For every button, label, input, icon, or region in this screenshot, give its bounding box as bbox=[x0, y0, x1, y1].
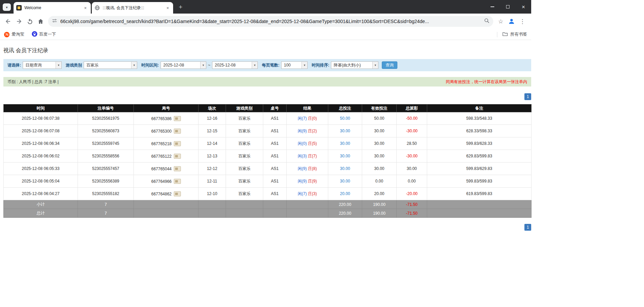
folder-icon bbox=[502, 31, 508, 38]
zoom-icon[interactable] bbox=[484, 18, 490, 25]
profile-button[interactable] bbox=[506, 16, 517, 27]
player-result: 闲(7) bbox=[298, 116, 307, 121]
cell-round: 667765044 bbox=[134, 162, 199, 175]
new-tab-button[interactable]: + bbox=[176, 3, 185, 12]
table-row: 2025-12-08 06:05:33 523025557457 6677650… bbox=[4, 162, 532, 175]
subtotal-label: 小计 bbox=[4, 200, 78, 209]
forward-button[interactable] bbox=[14, 16, 24, 27]
chevron-down-icon[interactable]: ▾ bbox=[200, 62, 206, 69]
total-payout: -71.50 bbox=[397, 209, 427, 218]
round-id: 667765300 bbox=[151, 129, 171, 134]
maximize-button[interactable] bbox=[500, 0, 516, 14]
sort-label: 时间排序: bbox=[312, 62, 329, 68]
cell-bet-id: 523025561975 bbox=[78, 112, 134, 125]
cell-note: 628.33/598.33 bbox=[427, 125, 532, 137]
date-start-select[interactable]: 2025-12-08 ▾ bbox=[161, 61, 206, 69]
cell-time: 2025-12-08 06:07:08 bbox=[4, 125, 78, 137]
cell-note: 598.33/548.33 bbox=[427, 112, 532, 125]
cell-time: 2025-12-08 06:05:04 bbox=[4, 175, 78, 188]
cell-payout: 28.50 bbox=[397, 137, 427, 150]
back-button[interactable] bbox=[3, 16, 14, 27]
table-row: 2025-12-08 06:06:34 523025559745 6677652… bbox=[4, 137, 532, 150]
cell-valid-bet: 30.00 bbox=[362, 150, 397, 162]
cell-time: 2025-12-08 06:07:38 bbox=[4, 112, 78, 125]
player-result: 闲(7) bbox=[298, 191, 307, 196]
game-type-select[interactable]: 百家乐 ▾ bbox=[84, 61, 137, 69]
date-end-select[interactable]: 2025-12-08 ▾ bbox=[212, 61, 258, 69]
cell-game: 百家乐 bbox=[226, 125, 263, 137]
bookmark-aitaobao[interactable]: 淘 爱淘宝 bbox=[4, 32, 24, 37]
cell-round: 667765218 bbox=[134, 137, 199, 150]
round-image-icon[interactable] bbox=[174, 191, 181, 196]
column-header-game: 游戏类别 bbox=[226, 104, 263, 112]
round-image-icon[interactable] bbox=[174, 141, 181, 146]
query-type-select[interactable]: 日期查询 ▾ bbox=[23, 61, 62, 69]
cell-note: 599.83/628.33 bbox=[427, 137, 532, 150]
all-bookmarks-button[interactable]: 所有书签 bbox=[502, 31, 527, 38]
round-id: 667765218 bbox=[151, 141, 171, 146]
tab-title: Welcome bbox=[24, 5, 81, 10]
round-image-icon[interactable] bbox=[174, 154, 181, 159]
url-text: 66cxkj98.com/game/betrecord_search/kind3… bbox=[60, 19, 481, 24]
round-image-icon[interactable] bbox=[174, 129, 181, 134]
table-row: 2025-12-08 06:05:04 523025556389 6677649… bbox=[4, 175, 532, 188]
cell-round: 667765386 bbox=[134, 112, 199, 125]
chevron-down-icon[interactable]: ▾ bbox=[252, 62, 257, 69]
tab-search-button[interactable]: ▾ bbox=[3, 3, 11, 11]
chevron-down-icon[interactable]: ▾ bbox=[302, 62, 307, 69]
cell-session: 12-11 bbox=[199, 175, 226, 188]
cell-table-no: AS1 bbox=[263, 188, 287, 200]
tab-title: :::视讯. 会员下注纪录::: bbox=[103, 5, 163, 11]
chevron-down-icon[interactable]: ▾ bbox=[372, 62, 378, 69]
table-footer: 小计 7 220.00 190.00 -71.50 总计 7 220.00 19… bbox=[4, 200, 532, 218]
reload-button[interactable] bbox=[24, 16, 35, 27]
currency-summary-text: 币别 : 人民币 | 总共 :7 注单 | bbox=[7, 79, 59, 85]
cell-payout: -20.00 bbox=[397, 188, 427, 200]
round-image-icon[interactable] bbox=[174, 179, 181, 184]
cell-note: 629.83/599.83 bbox=[427, 150, 532, 162]
bet-table: 时间 注单编号 局号 场次 游戏类别 桌号 结果 总投注 有效投注 总派彩 备注… bbox=[3, 104, 532, 218]
round-image-icon[interactable] bbox=[174, 116, 181, 121]
minimize-button[interactable] bbox=[484, 0, 500, 14]
home-button[interactable] bbox=[35, 16, 46, 27]
chevron-down-icon[interactable]: ▾ bbox=[131, 62, 137, 69]
tab-betrecord[interactable]: :::视讯. 会员下注纪录::: × bbox=[92, 2, 173, 14]
cell-time: 2025-12-08 06:06:34 bbox=[4, 137, 78, 150]
page-size-label: 每页笔数: bbox=[262, 62, 279, 68]
browser-menu-button[interactable]: ⋮ bbox=[517, 16, 528, 27]
cell-result: 闲(0)庄(5) bbox=[287, 137, 328, 150]
tab-close-icon[interactable]: × bbox=[165, 5, 170, 11]
cell-round: 667764966 bbox=[134, 175, 199, 188]
page-1-button[interactable]: 1 bbox=[524, 93, 531, 100]
page-title: 视讯 会员下注纪录 bbox=[3, 47, 531, 54]
cell-payout: -50.00 bbox=[397, 112, 427, 125]
cell-game: 百家乐 bbox=[226, 162, 263, 175]
banker-result: 庄(5) bbox=[308, 141, 317, 146]
banker-result: 庄(0) bbox=[308, 116, 317, 121]
cell-game: 百家乐 bbox=[226, 137, 263, 150]
player-result: 闲(0) bbox=[298, 141, 307, 146]
bookmark-star-button[interactable]: ☆ bbox=[495, 16, 506, 27]
close-button[interactable]: × bbox=[516, 0, 531, 14]
tab-welcome[interactable]: Welcome × bbox=[14, 2, 91, 14]
site-info-icon[interactable] bbox=[51, 18, 58, 25]
cell-time: 2025-12-08 06:04:27 bbox=[4, 188, 78, 200]
cell-time: 2025-12-08 06:06:02 bbox=[4, 150, 78, 162]
address-bar[interactable]: 66cxkj98.com/game/betrecord_search/kind3… bbox=[48, 16, 493, 27]
tab-close-icon[interactable]: × bbox=[83, 5, 88, 11]
player-result: 闲(9) bbox=[298, 166, 307, 171]
chevron-down-icon[interactable]: ▾ bbox=[56, 62, 61, 69]
page-size-select[interactable]: 100 ▾ bbox=[281, 61, 308, 69]
round-image-icon[interactable] bbox=[174, 166, 181, 171]
cell-payout: -30.00 bbox=[397, 150, 427, 162]
page-1-button[interactable]: 1 bbox=[524, 224, 531, 231]
cell-total-bet: 30.00 bbox=[328, 150, 362, 162]
round-id: 667764862 bbox=[151, 192, 171, 196]
notice-text: 同局有效投注，统一计算在该局第一张注单内 bbox=[446, 79, 527, 85]
table-header: 时间 注单编号 局号 场次 游戏类别 桌号 结果 总投注 有效投注 总派彩 备注 bbox=[4, 104, 532, 112]
sort-select[interactable]: 降幂(由大到小) ▾ bbox=[331, 61, 378, 69]
star-icon: ☆ bbox=[498, 18, 503, 25]
cell-table-no: AS1 bbox=[263, 162, 287, 175]
bookmark-baidu[interactable]: 百度一下 bbox=[32, 31, 56, 38]
search-button[interactable]: 查询 bbox=[382, 61, 397, 69]
